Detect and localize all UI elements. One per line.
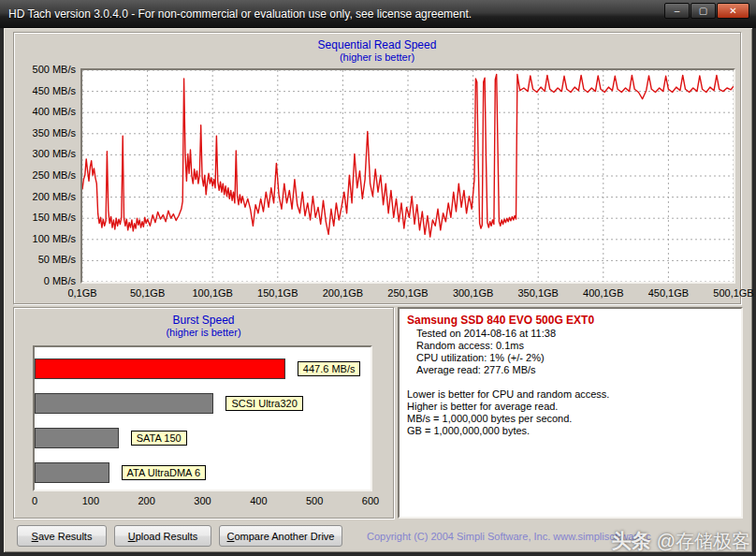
title-bar[interactable]: HD Tach version 3.0.4.0 - For non-commer… xyxy=(0,0,756,28)
burst-bar xyxy=(35,358,285,379)
toutiao-logo: 头条 xyxy=(612,530,651,551)
burst-chart-title: Burst Speed xyxy=(14,314,393,327)
seq-chart-title: Sequential Read Speed xyxy=(14,38,740,51)
seq-y-tick-label: 450 MB/s xyxy=(18,85,76,96)
copyright-text: Copyright (C) 2004 Simpli Software, Inc.… xyxy=(367,531,651,542)
info-note-mbs: MB/s = 1,000,000 bytes per second. xyxy=(407,413,734,425)
seq-x-tick-label: 250,1GB xyxy=(378,287,438,299)
burst-bar xyxy=(35,428,119,448)
sequential-read-chart: Sequential Read Speed (higher is better)… xyxy=(13,32,741,304)
seq-y-tick-label: 400 MB/s xyxy=(18,106,76,117)
info-random-access: Random access: 0.1ms xyxy=(416,340,734,352)
seq-x-tick-label: 150,1GB xyxy=(248,287,308,299)
seq-chart-subtitle: (higher is better) xyxy=(14,51,740,63)
minimize-button[interactable]: – xyxy=(664,3,690,19)
info-note-higher: Higher is better for average read. xyxy=(407,401,734,413)
seq-y-tick-label: 500 MB/s xyxy=(18,64,76,75)
burst-bar-label: ATA UltraDMA 6 xyxy=(122,465,206,480)
seq-y-tick-label: 150 MB/s xyxy=(18,212,76,223)
seq-y-tick-label: 200 MB/s xyxy=(18,191,76,202)
info-average-read: Average read: 277.6 MB/s xyxy=(416,364,734,376)
burst-bar xyxy=(35,393,213,414)
info-cpu-utilization: CPU utilization: 1% (+/- 2%) xyxy=(416,352,734,364)
burst-bar-label: SCSI Ultra320 xyxy=(225,396,302,411)
watermark-handle: @存储极客 xyxy=(657,531,750,551)
burst-speed-chart: Burst Speed (higher is better) 447.6 MB/… xyxy=(13,307,394,519)
window-controls: – ▢ ✕ xyxy=(664,3,749,19)
burst-bar xyxy=(35,462,109,483)
burst-chart-subtitle: (higher is better) xyxy=(14,327,393,338)
watermark: 头条 @存储极客 xyxy=(612,528,750,554)
seq-y-tick-label: 250 MB/s xyxy=(18,169,76,181)
seq-x-tick-label: 500,1GB xyxy=(704,287,756,299)
maximize-button[interactable]: ▢ xyxy=(691,3,716,19)
burst-x-tick-label: 600 xyxy=(356,495,385,506)
burst-x-tick-label: 500 xyxy=(300,495,328,506)
seq-x-tick-label: 450,1GB xyxy=(638,287,698,299)
seq-plot-area xyxy=(80,68,735,284)
seq-x-tick-label: 0,1GB xyxy=(52,287,112,299)
seq-line-svg xyxy=(82,70,734,282)
seq-y-tick-label: 0 MB/s xyxy=(18,275,76,286)
seq-y-tick-label: 300 MB/s xyxy=(18,148,76,159)
seq-x-tick-label: 50,1GB xyxy=(118,287,178,299)
info-tested-on: Tested on 2014-08-16 at 11:38 xyxy=(416,328,734,340)
seq-y-tick-label: 50 MB/s xyxy=(18,254,76,265)
burst-x-tick-label: 400 xyxy=(244,495,272,506)
info-spacer xyxy=(407,376,734,388)
compare-another-drive-button[interactable]: Compare Another Drive xyxy=(219,525,342,547)
drive-info-panel: Samsung SSD 840 EVO 500G EXT0 Tested on … xyxy=(398,307,743,519)
seq-x-tick-label: 300,1GB xyxy=(443,287,503,299)
burst-x-tick-label: 200 xyxy=(133,495,161,506)
app-window: HD Tach version 3.0.4.0 - For non-commer… xyxy=(0,0,756,556)
client-area: Sequential Read Speed (higher is better)… xyxy=(4,28,752,552)
burst-plot-area: 447.6 MB/sSCSI Ultra320SATA 150ATA Ultra… xyxy=(33,345,372,491)
save-results-button[interactable]: Save Results xyxy=(17,525,107,547)
close-button[interactable]: ✕ xyxy=(717,3,749,19)
burst-bar-label: SATA 150 xyxy=(131,431,187,446)
seq-y-tick-label: 100 MB/s xyxy=(18,233,76,244)
upload-results-button[interactable]: Upload Results xyxy=(114,525,211,547)
seq-x-tick-label: 100,1GB xyxy=(182,287,242,299)
drive-name: Samsung SSD 840 EVO 500G EXT0 xyxy=(407,314,734,328)
seq-x-tick-label: 400,1GB xyxy=(574,287,633,299)
burst-bar-label: 447.6 MB/s xyxy=(298,361,361,376)
burst-x-tick-label: 100 xyxy=(77,495,105,506)
seq-x-tick-label: 350,1GB xyxy=(508,287,568,299)
burst-x-tick-label: 300 xyxy=(189,495,217,506)
info-note-lower: Lower is better for CPU and random acces… xyxy=(407,388,734,401)
seq-y-tick-label: 350 MB/s xyxy=(18,127,76,139)
window-title: HD Tach version 3.0.4.0 - For non-commer… xyxy=(0,7,472,21)
burst-x-tick-label: 0 xyxy=(21,495,49,506)
seq-x-tick-label: 200,1GB xyxy=(313,287,372,299)
info-note-gb: GB = 1,000,000,000 bytes. xyxy=(407,425,734,437)
